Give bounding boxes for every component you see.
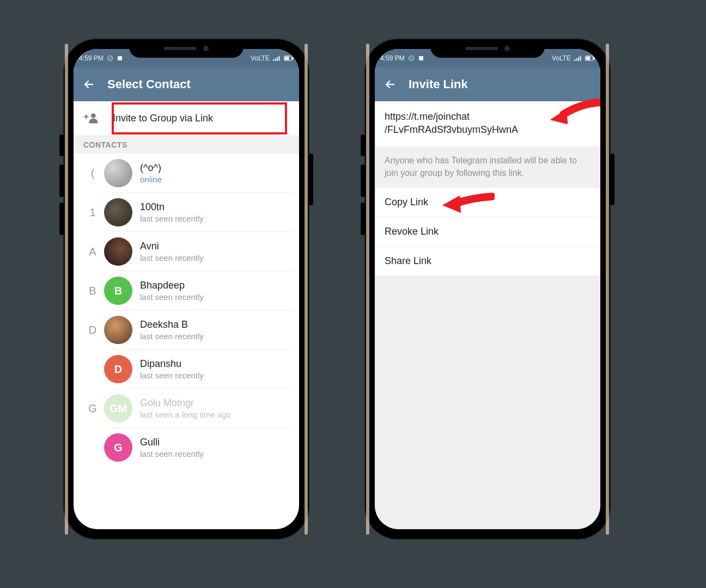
contact-name: Dipanshu bbox=[140, 358, 293, 370]
contact-list[interactable]: ((^o^)online1100tnlast seen recentlyAAvn… bbox=[74, 154, 299, 467]
contact-status: last seen recently bbox=[140, 253, 293, 262]
svg-rect-12 bbox=[574, 59, 575, 61]
status-icon bbox=[408, 55, 415, 62]
invite-via-link-row[interactable]: Invite to Group via Link bbox=[74, 101, 299, 136]
svg-rect-7 bbox=[292, 57, 293, 59]
share-link-label: Share Link bbox=[385, 255, 431, 266]
contact-text: (^o^)online bbox=[140, 162, 293, 184]
stage: 4:59 PM VoLTE bbox=[0, 0, 706, 588]
invite-link-line2: /FLvFmRAdSf3vbuymSyHwnA bbox=[385, 123, 591, 136]
svg-rect-8 bbox=[285, 57, 289, 60]
contacts-section-header: CONTACTS bbox=[74, 136, 299, 154]
phone-volume-button bbox=[361, 164, 365, 197]
empty-area bbox=[375, 275, 600, 529]
app-header: Select Contact bbox=[74, 68, 299, 101]
svg-marker-20 bbox=[442, 195, 461, 213]
svg-rect-2 bbox=[273, 59, 274, 61]
svg-rect-17 bbox=[593, 57, 594, 59]
signal-icon bbox=[273, 56, 281, 61]
revoke-link-row[interactable]: Revoke Link bbox=[375, 217, 600, 247]
status-time: 4:59 PM bbox=[380, 54, 405, 62]
avatar bbox=[104, 316, 132, 344]
phone-bezel bbox=[305, 44, 308, 535]
invite-link-display[interactable]: https://t.me/joinchat /FLvFmRAdSf3vbuymS… bbox=[375, 101, 600, 146]
svg-point-10 bbox=[409, 56, 413, 61]
contact-row[interactable]: BBBhapdeeplast seen recently bbox=[74, 271, 299, 310]
phone-volume-button bbox=[59, 164, 64, 197]
contact-text: Dipanshulast seen recently bbox=[140, 358, 293, 380]
contact-name: Deeksha B bbox=[140, 319, 293, 330]
phone-bezel bbox=[606, 44, 609, 535]
index-letter: D bbox=[81, 324, 104, 336]
copy-link-row[interactable]: Copy Link bbox=[375, 188, 600, 217]
contact-name: 100tn bbox=[140, 201, 293, 213]
contact-row[interactable]: DDipanshulast seen recently bbox=[74, 350, 299, 389]
contact-text: Gullilast seen recently bbox=[140, 437, 293, 458]
contact-name: Gulli bbox=[140, 437, 293, 448]
index-letter: ( bbox=[81, 167, 104, 180]
phone-power-button bbox=[610, 154, 614, 205]
phone-mockup-right: 4:59 PM VoLTE bbox=[365, 39, 610, 539]
svg-point-0 bbox=[107, 56, 112, 61]
copy-link-label: Copy Link bbox=[385, 197, 428, 207]
invite-via-link-label: Invite to Group via Link bbox=[113, 113, 213, 124]
contact-row[interactable]: 1100tnlast seen recently bbox=[74, 193, 299, 232]
battery-icon bbox=[585, 56, 595, 61]
phone-power-button bbox=[309, 154, 313, 205]
revoke-link-label: Revoke Link bbox=[385, 226, 439, 237]
contact-row[interactable]: AAvnilast seen recently bbox=[74, 232, 299, 271]
svg-rect-18 bbox=[586, 57, 590, 60]
svg-rect-11 bbox=[419, 56, 423, 60]
avatar: GM bbox=[104, 394, 132, 422]
contact-status: last seen recently bbox=[140, 449, 293, 458]
contact-status: last seen recently bbox=[140, 292, 293, 302]
contact-text: Avnilast seen recently bbox=[140, 241, 293, 262]
phone-volume-button bbox=[59, 134, 64, 156]
page-title: Select Contact bbox=[107, 77, 191, 91]
contact-row[interactable]: ((^o^)online bbox=[74, 154, 299, 193]
status-network-label: VoLTE bbox=[251, 54, 270, 62]
contact-text: 100tnlast seen recently bbox=[140, 201, 293, 223]
svg-rect-13 bbox=[576, 58, 577, 61]
annotation-arrow bbox=[440, 189, 495, 216]
contact-row[interactable]: GGMGolu Motngrlast seen a long time ago bbox=[74, 389, 299, 428]
status-icon bbox=[107, 55, 113, 62]
screen-right: 4:59 PM VoLTE bbox=[375, 49, 600, 529]
index-letter: B bbox=[81, 285, 104, 297]
status-time: 4:59 PM bbox=[79, 54, 104, 62]
phone-notch bbox=[430, 39, 545, 58]
svg-rect-1 bbox=[118, 56, 122, 60]
invite-link-line1: https://t.me/joinchat bbox=[385, 110, 591, 123]
contact-row[interactable]: GGullilast seen recently bbox=[74, 428, 299, 467]
avatar bbox=[104, 198, 132, 226]
phone-notch bbox=[129, 39, 244, 58]
battery-icon bbox=[284, 56, 294, 61]
back-button[interactable] bbox=[82, 78, 95, 91]
svg-rect-5 bbox=[279, 56, 280, 61]
page-title: Invite Link bbox=[409, 77, 468, 91]
contact-status: last seen recently bbox=[140, 214, 293, 223]
avatar bbox=[104, 237, 132, 266]
status-icon bbox=[418, 55, 424, 62]
phone-volume-button bbox=[361, 203, 365, 235]
svg-rect-3 bbox=[275, 58, 276, 61]
contact-status: online bbox=[140, 175, 293, 184]
index-letter: 1 bbox=[81, 206, 104, 219]
phone-mockup-left: 4:59 PM VoLTE bbox=[64, 39, 309, 539]
contact-name: (^o^) bbox=[140, 162, 293, 174]
add-user-icon bbox=[83, 112, 99, 126]
screen-left: 4:59 PM VoLTE bbox=[74, 49, 299, 529]
signal-icon bbox=[574, 56, 582, 61]
contact-status: last seen recently bbox=[140, 332, 293, 341]
svg-point-9 bbox=[91, 113, 96, 118]
app-header: Invite Link bbox=[375, 68, 600, 101]
contact-status: last seen recently bbox=[140, 371, 293, 380]
contact-name: Avni bbox=[140, 241, 293, 252]
contact-row[interactable]: DDeeksha Blast seen recently bbox=[74, 310, 299, 350]
avatar: D bbox=[104, 355, 132, 383]
index-letter: A bbox=[81, 246, 104, 258]
share-link-row[interactable]: Share Link bbox=[375, 247, 600, 275]
contact-name: Golu Motngr bbox=[140, 397, 293, 409]
svg-rect-15 bbox=[580, 56, 581, 61]
back-button[interactable] bbox=[384, 78, 397, 91]
